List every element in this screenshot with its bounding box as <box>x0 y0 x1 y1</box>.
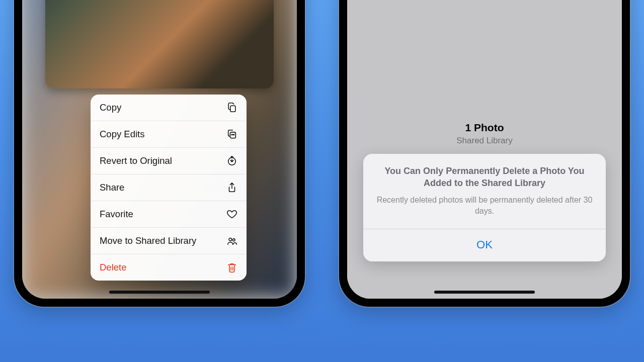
svg-point-6 <box>229 238 232 241</box>
alert-dialog: You Can Only Permanently Delete a Photo … <box>363 154 606 261</box>
alert-title: You Can Only Permanently Delete a Photo … <box>376 165 593 190</box>
phone-screen-left: Copy Copy Edits <box>22 0 297 299</box>
copy-edits-icon <box>226 129 237 140</box>
menu-item-favorite[interactable]: Favorite <box>91 201 247 228</box>
phone-screen-right: 1 Photo Shared Library You Can Only Perm… <box>347 0 622 299</box>
photo-source: Shared Library <box>347 136 622 146</box>
menu-item-label: Delete <box>100 262 126 273</box>
heart-icon <box>226 209 237 220</box>
alert-message: Recently deleted photos will be permanen… <box>376 195 593 217</box>
menu-item-share[interactable]: Share <box>91 174 247 201</box>
alert-ok-button[interactable]: OK <box>363 229 606 261</box>
menu-item-label: Copy Edits <box>100 129 144 140</box>
svg-point-7 <box>232 239 235 241</box>
context-menu: Copy Copy Edits <box>91 95 247 281</box>
svg-point-3 <box>232 134 233 135</box>
menu-item-revert[interactable]: Revert to Original <box>91 148 247 174</box>
menu-item-label: Copy <box>100 102 121 113</box>
alert-body: You Can Only Permanently Delete a Photo … <box>363 154 606 229</box>
menu-item-copy[interactable]: Copy <box>91 95 247 121</box>
trash-icon <box>226 262 237 273</box>
menu-item-label: Favorite <box>100 209 133 220</box>
phone-frame-right: 1 Photo Shared Library You Can Only Perm… <box>339 0 630 307</box>
home-indicator[interactable] <box>109 291 210 294</box>
photo-count: 1 Photo <box>347 122 622 134</box>
menu-item-copy-edits[interactable]: Copy Edits <box>91 121 247 148</box>
photo-thumbnail[interactable] <box>45 0 274 88</box>
copy-icon <box>226 102 237 113</box>
photo-count-header: 1 Photo Shared Library <box>347 122 622 146</box>
menu-item-move-shared[interactable]: Move to Shared Library <box>91 228 247 254</box>
menu-item-label: Revert to Original <box>100 155 172 166</box>
people-icon <box>226 235 237 246</box>
home-indicator[interactable] <box>434 291 535 294</box>
svg-rect-0 <box>230 106 235 112</box>
menu-item-label: Move to Shared Library <box>100 235 196 246</box>
menu-item-delete[interactable]: Delete <box>91 254 247 281</box>
revert-icon <box>226 155 237 166</box>
svg-point-4 <box>234 134 234 135</box>
menu-item-label: Share <box>100 182 124 193</box>
share-icon <box>226 182 237 193</box>
phone-frame-left: Copy Copy Edits <box>14 0 305 307</box>
svg-point-2 <box>231 134 232 135</box>
